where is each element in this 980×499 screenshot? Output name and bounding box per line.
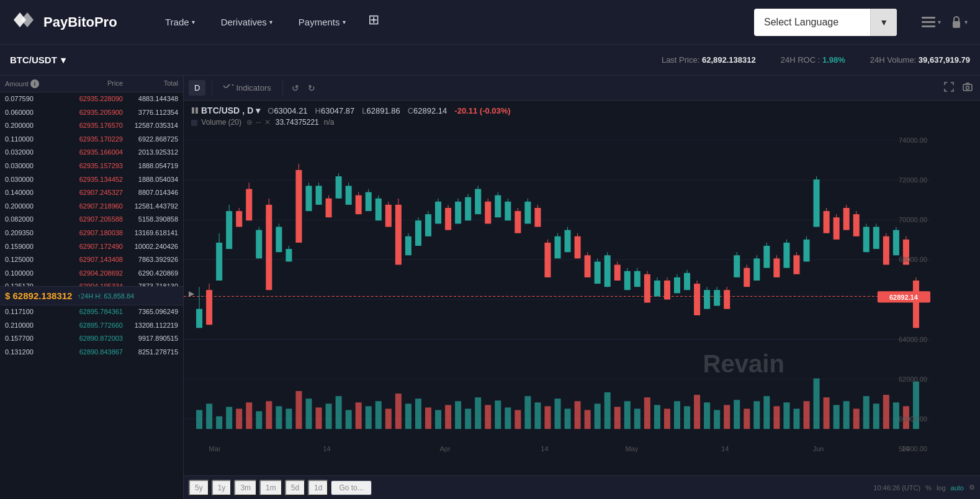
order-book-sell-row: 0.125170 62904.195334 7873.718130 [0, 280, 183, 286]
snapshot-button[interactable] [960, 80, 975, 96]
indicators-button[interactable]: Indicators [218, 81, 276, 95]
undo-button[interactable]: ↺ [289, 81, 302, 96]
svg-rect-121 [336, 176, 342, 199]
svg-rect-76 [763, 396, 770, 429]
timeframe-5y-button[interactable]: 5y [189, 480, 209, 496]
svg-rect-215 [803, 240, 809, 262]
svg-text:62892.14: 62892.14 [889, 293, 919, 300]
svg-rect-201 [734, 255, 740, 277]
svg-rect-67 [674, 401, 680, 429]
svg-rect-50 [505, 408, 511, 429]
nav-trade[interactable]: Trade ▾ [155, 12, 205, 32]
svg-rect-64 [644, 397, 650, 429]
nav-derivatives[interactable]: Derivatives ▾ [211, 12, 282, 32]
svg-rect-169 [575, 236, 581, 259]
header-icons: ▾ ▾ [922, 16, 968, 29]
svg-rect-127 [366, 192, 372, 212]
timeframe-5d-button[interactable]: 5d [285, 480, 305, 496]
svg-rect-41 [415, 398, 421, 429]
svg-rect-35 [356, 402, 362, 429]
svg-text:Jun: Jun [813, 445, 824, 452]
pair-selector[interactable]: BTC/USDT ▾ [10, 55, 66, 66]
svg-rect-29 [295, 391, 302, 429]
svg-rect-117 [316, 186, 322, 205]
timeframe-d-button[interactable]: D [189, 80, 205, 96]
svg-rect-83 [834, 405, 840, 429]
svg-rect-113 [295, 170, 302, 243]
timeframe-1d-button[interactable]: 1d [308, 480, 328, 496]
percent-toggle[interactable]: % [925, 484, 932, 492]
timeframe-1m-button[interactable]: 1m [259, 480, 282, 496]
order-book-sell-row: 0.060000 62935.205900 3776.112354 [0, 106, 183, 120]
redo-button[interactable]: ↻ [305, 81, 318, 96]
svg-rect-147 [465, 197, 471, 221]
chart-settings-icon[interactable]: ⚙ [969, 483, 975, 492]
svg-rect-123 [346, 186, 352, 205]
svg-text:Mar: Mar [209, 445, 221, 452]
goto-button[interactable]: Go to... [331, 480, 371, 495]
payments-dropdown-arrow: ▾ [343, 19, 346, 25]
svg-rect-205 [753, 258, 760, 281]
svg-rect-74 [744, 409, 750, 429]
order-book-sell-row: 0.200000 62907.218960 12581.443792 [0, 200, 183, 214]
svg-rect-63 [634, 409, 641, 429]
lang-dropdown-arrow[interactable]: ▼ [871, 9, 897, 36]
svg-rect-219 [824, 211, 830, 233]
grid-icon[interactable]: ⊞ [362, 12, 385, 32]
roc-value: 1.98% [822, 55, 845, 65]
svg-rect-197 [714, 290, 720, 305]
current-price-change: ↑24H H: 63,858.84 [77, 292, 134, 300]
timeframe-1y-button[interactable]: 1y [212, 480, 232, 496]
candlestick-chart: 74000.00 72000.00 70000.00 68000.00 6600… [184, 101, 930, 461]
order-book-sell-row: 0.159000 62907.172490 10002.240426 [0, 240, 183, 254]
svg-point-5 [966, 86, 969, 89]
svg-rect-81 [814, 379, 820, 429]
svg-rect-55 [554, 398, 560, 429]
timeframe-3m-button[interactable]: 3m [234, 480, 257, 496]
svg-rect-119 [326, 199, 332, 218]
nav-payments[interactable]: Payments ▾ [289, 12, 356, 32]
amount-info-icon[interactable]: i [30, 79, 39, 88]
svg-rect-203 [744, 268, 750, 287]
header: PayBitoPro Trade ▾ Derivatives ▾ Payment… [0, 0, 980, 45]
svg-rect-115 [305, 186, 312, 211]
svg-rect-231 [883, 236, 889, 265]
svg-rect-48 [485, 405, 491, 429]
svg-text:14: 14 [541, 445, 548, 452]
chart-canvas[interactable]: BTC/USD, D ▾ O63004.21 H63047.87 L62891.… [184, 101, 980, 475]
svg-rect-49 [495, 400, 501, 429]
svg-rect-227 [863, 227, 870, 253]
svg-rect-101 [236, 211, 242, 227]
ticker-bar: BTC/USDT ▾ Last Price: 62,892.138312 24H… [0, 45, 980, 76]
svg-rect-165 [554, 236, 560, 259]
svg-rect-139 [425, 214, 431, 236]
order-book-sell-row: 0.032000 62935.166004 2013.925312 [0, 146, 183, 160]
svg-rect-107 [266, 205, 272, 290]
order-book-sell-row: 0.077590 62935.228090 4883.144348 [0, 92, 183, 106]
svg-rect-191 [684, 273, 690, 290]
fullscreen-button[interactable] [942, 79, 956, 96]
svg-rect-26 [266, 401, 272, 429]
chart-toolbar: D Indicators ↺ ↻ [184, 76, 980, 101]
svg-text:May: May [625, 445, 638, 452]
chart-bottom-right: 10:46:26 (UTC) % log auto ⚙ [873, 483, 975, 492]
svg-rect-137 [415, 220, 421, 246]
auto-toggle[interactable]: auto [951, 484, 964, 492]
order-book-sell-rows: 0.077590 62935.228090 4883.144348 0.0600… [0, 92, 183, 286]
order-book-buy-row: 0.210000 62895.772660 13208.112219 [0, 319, 183, 333]
profile-icon-btn[interactable]: ▾ [922, 17, 941, 28]
logo-area: PayBitoPro [12, 10, 137, 34]
svg-rect-0 [922, 17, 935, 19]
lock-icon-btn[interactable]: ▾ [951, 16, 968, 29]
svg-rect-78 [783, 402, 789, 429]
order-book-sell-row: 0.082000 62907.205588 5158.390858 [0, 213, 183, 227]
svg-rect-143 [445, 208, 451, 230]
svg-rect-189 [674, 277, 680, 293]
svg-rect-30 [305, 398, 312, 429]
toolbar-divider-2 [282, 81, 283, 96]
log-toggle[interactable]: log [937, 484, 946, 492]
language-selector[interactable]: Select Language ▼ [754, 9, 897, 36]
svg-rect-229 [873, 227, 879, 250]
svg-rect-237 [913, 281, 919, 328]
nav-items: Trade ▾ Derivatives ▾ Payments ▾ ⊞ [155, 12, 735, 32]
